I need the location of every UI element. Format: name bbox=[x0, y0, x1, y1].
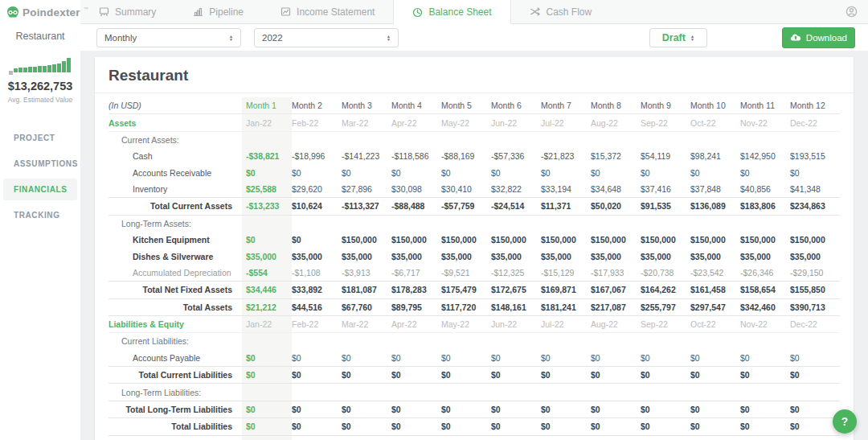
cell-value[interactable]: $30,410 bbox=[441, 181, 491, 198]
cell-value[interactable]: $0 bbox=[342, 350, 391, 367]
cell-value[interactable]: $0 bbox=[591, 350, 641, 367]
tab-balance-sheet[interactable]: Balance Sheet bbox=[393, 0, 510, 24]
cell-value[interactable]: $37,416 bbox=[641, 181, 690, 198]
cell-value[interactable]: $35,000 bbox=[541, 248, 591, 264]
cell-value[interactable]: $0 bbox=[790, 350, 840, 367]
cell-value[interactable]: $0 bbox=[242, 350, 292, 367]
cell-value[interactable]: $150,000 bbox=[441, 232, 491, 248]
cell-value[interactable]: $0 bbox=[740, 165, 790, 181]
cell-value[interactable]: -$38,821 bbox=[242, 148, 292, 164]
cell-value[interactable]: -$1,108 bbox=[292, 265, 342, 282]
cell-value[interactable]: $0 bbox=[342, 165, 391, 181]
cell-value[interactable]: -$118,586 bbox=[391, 148, 441, 164]
cell-value[interactable]: $0 bbox=[441, 350, 491, 367]
cell-value[interactable]: $142,950 bbox=[740, 148, 790, 164]
cell-value[interactable]: $150,000 bbox=[690, 232, 740, 248]
cell-value[interactable]: $34,648 bbox=[591, 181, 641, 198]
cell-value[interactable]: $150,000 bbox=[591, 232, 641, 248]
cell-value[interactable]: $0 bbox=[541, 350, 591, 367]
cell-value[interactable]: $150,000 bbox=[541, 232, 591, 248]
cell-value[interactable]: $35,000 bbox=[591, 248, 641, 264]
cell-value[interactable]: -$20,738 bbox=[641, 265, 690, 282]
cell-value[interactable]: -$88,169 bbox=[441, 148, 491, 164]
cell-value[interactable]: $0 bbox=[292, 350, 342, 367]
cell-value[interactable]: $0 bbox=[391, 350, 441, 367]
cell-value[interactable]: $150,000 bbox=[740, 232, 790, 248]
cell-value[interactable]: -$15,129 bbox=[541, 265, 591, 282]
cell-value[interactable]: $193,515 bbox=[790, 148, 840, 164]
cell-value[interactable]: $27,896 bbox=[342, 181, 391, 198]
cell-value[interactable]: -$23,542 bbox=[690, 265, 740, 282]
cell-value[interactable]: -$6,717 bbox=[391, 265, 441, 282]
cell-value[interactable]: $0 bbox=[641, 165, 690, 181]
sidebar-item-financials[interactable]: FINANCIALS bbox=[3, 179, 77, 200]
cell-value[interactable]: $0 bbox=[242, 165, 292, 181]
cell-value[interactable]: $0 bbox=[292, 232, 342, 248]
cell-value[interactable]: -$26,346 bbox=[740, 265, 790, 282]
cell-value[interactable]: -$554 bbox=[242, 265, 292, 282]
cell-value[interactable]: $33,194 bbox=[541, 181, 591, 198]
cell-value[interactable]: $150,000 bbox=[342, 232, 391, 248]
cell-value[interactable]: -$17,933 bbox=[591, 265, 641, 282]
sidebar-item-project[interactable]: PROJECT bbox=[3, 127, 77, 149]
cell-value[interactable]: -$9,521 bbox=[441, 265, 491, 282]
cell-value[interactable]: $35,000 bbox=[342, 248, 391, 264]
help-button[interactable]: ? bbox=[833, 409, 857, 434]
cell-value[interactable]: $150,000 bbox=[491, 232, 541, 248]
cell-value[interactable]: -$12,325 bbox=[491, 265, 541, 282]
tab-cash-flow[interactable]: Cash Flow bbox=[511, 0, 611, 23]
cell-value[interactable]: $0 bbox=[690, 350, 740, 367]
tab-pipeline[interactable]: Pipeline bbox=[174, 0, 262, 23]
cell-value[interactable]: $35,000 bbox=[641, 248, 690, 264]
cell-value[interactable]: $0 bbox=[292, 165, 342, 181]
cell-value[interactable]: $0 bbox=[740, 350, 790, 367]
cell-value[interactable]: -$21,823 bbox=[541, 148, 591, 164]
cell-value[interactable]: $35,000 bbox=[790, 248, 840, 264]
cell-value[interactable]: $35,000 bbox=[740, 248, 790, 264]
cell-value[interactable]: $35,000 bbox=[491, 248, 541, 264]
cell-value[interactable]: $150,000 bbox=[790, 232, 840, 248]
cell-value[interactable]: $0 bbox=[591, 165, 641, 181]
cell-value[interactable]: $35,000 bbox=[242, 248, 292, 264]
cell-value[interactable]: $35,000 bbox=[292, 248, 342, 264]
status-select[interactable]: Draft ▲▼ bbox=[649, 28, 707, 47]
cell-value[interactable]: $30,098 bbox=[391, 181, 441, 198]
cell-value[interactable]: $15,372 bbox=[591, 148, 641, 164]
cell-value[interactable]: $0 bbox=[391, 165, 441, 181]
sidebar-item-assumptions[interactable]: ASSUMPTIONS bbox=[3, 153, 77, 175]
year-select[interactable]: 2022 ▲▼ bbox=[254, 28, 399, 47]
cell-value[interactable]: $40,856 bbox=[740, 181, 790, 198]
cell-value[interactable]: $0 bbox=[242, 232, 292, 248]
cell-value[interactable]: -$3,913 bbox=[342, 265, 391, 282]
cell-value[interactable]: $41,348 bbox=[790, 181, 840, 198]
frequency-select[interactable]: Monthly ▲▼ bbox=[96, 28, 241, 47]
cell-value[interactable]: $150,000 bbox=[391, 232, 441, 248]
cell-value[interactable]: $98,241 bbox=[690, 148, 740, 164]
cell-value[interactable]: -$29,150 bbox=[790, 265, 840, 282]
cell-value[interactable]: $0 bbox=[491, 165, 541, 181]
cell-value[interactable]: -$18,996 bbox=[292, 148, 342, 164]
cell-value[interactable]: -$57,336 bbox=[491, 148, 541, 164]
cell-value[interactable]: $0 bbox=[491, 350, 541, 367]
tab-income-statement[interactable]: Income Statement bbox=[262, 0, 393, 23]
brand-logo[interactable]: Poindexter ™ bbox=[0, 0, 80, 24]
cell-value[interactable]: $32,822 bbox=[491, 181, 541, 198]
cell-value[interactable]: $35,000 bbox=[690, 248, 740, 264]
cell-value[interactable]: $0 bbox=[541, 165, 591, 181]
cell-value[interactable]: $0 bbox=[690, 165, 740, 181]
cell-value[interactable]: -$141,223 bbox=[342, 148, 391, 164]
cell-value[interactable]: $150,000 bbox=[641, 232, 690, 248]
cell-value[interactable]: $0 bbox=[441, 165, 491, 181]
tab-summary[interactable]: Summary bbox=[80, 0, 174, 23]
cell-value[interactable]: $35,000 bbox=[441, 248, 491, 264]
user-account-icon[interactable] bbox=[845, 6, 858, 18]
cell-value[interactable]: $25,588 bbox=[242, 181, 292, 198]
cell-value[interactable]: $29,620 bbox=[292, 181, 342, 198]
cell-value[interactable]: $0 bbox=[641, 350, 690, 367]
sidebar-item-tracking[interactable]: TRACKING bbox=[3, 204, 77, 226]
download-button[interactable]: Download bbox=[782, 27, 855, 48]
cell-value[interactable]: $37,848 bbox=[690, 181, 740, 198]
cell-value[interactable]: $0 bbox=[790, 165, 840, 181]
cell-value[interactable]: $54,119 bbox=[641, 148, 690, 164]
cell-value[interactable]: $35,000 bbox=[391, 248, 441, 264]
